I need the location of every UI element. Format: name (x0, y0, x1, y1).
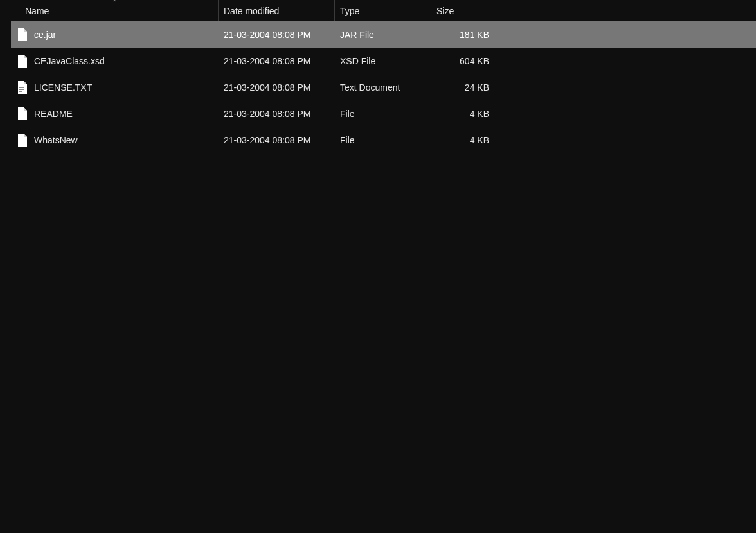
file-name-label: README (34, 109, 73, 119)
file-date-cell: 21-03-2004 08:08 PM (219, 74, 335, 100)
file-size-cell: 4 KB (431, 100, 494, 127)
file-icon (16, 54, 28, 68)
file-size-cell: 604 KB (431, 48, 494, 74)
file-name-label: WhatsNew (34, 135, 78, 145)
file-size-label: 181 KB (460, 30, 489, 40)
file-name-label: ce.jar (34, 30, 56, 40)
column-header-type-label: Type (340, 6, 359, 16)
file-date-cell: 21-03-2004 08:08 PM (219, 48, 335, 74)
file-size-cell: 24 KB (431, 74, 494, 100)
file-name-cell: README (11, 100, 219, 127)
file-date-cell: 21-03-2004 08:08 PM (219, 21, 335, 48)
svg-rect-3 (19, 91, 22, 92)
sort-ascending-icon: ⌃ (112, 0, 117, 6)
file-date-label: 21-03-2004 08:08 PM (224, 109, 310, 119)
file-type-label: JAR File (340, 30, 374, 40)
file-icon (16, 133, 28, 147)
file-size-cell: 181 KB (431, 21, 494, 48)
file-type-label: Text Document (340, 82, 400, 93)
file-size-label: 604 KB (460, 56, 489, 66)
column-header-date-label: Date modified (224, 6, 279, 16)
file-name-cell: LICENSE.TXT (11, 74, 219, 100)
svg-rect-1 (19, 87, 24, 88)
file-name-cell: ce.jar (11, 21, 219, 48)
file-row[interactable]: LICENSE.TXT21-03-2004 08:08 PMText Docum… (11, 74, 756, 100)
svg-rect-2 (19, 89, 24, 90)
file-type-cell: File (335, 100, 431, 127)
file-type-label: File (340, 135, 355, 145)
column-header-date[interactable]: Date modified (219, 0, 335, 21)
file-date-label: 21-03-2004 08:08 PM (224, 56, 310, 66)
file-name-label: CEJavaClass.xsd (34, 56, 105, 66)
svg-rect-0 (19, 86, 24, 86)
file-type-cell: JAR File (335, 21, 431, 48)
file-type-cell: XSD File (335, 48, 431, 74)
file-name-cell: CEJavaClass.xsd (11, 48, 219, 74)
file-row[interactable]: ce.jar21-03-2004 08:08 PMJAR File181 KB (11, 21, 756, 48)
file-type-cell: File (335, 127, 431, 153)
file-name-cell: WhatsNew (11, 127, 219, 153)
file-date-label: 21-03-2004 08:08 PM (224, 82, 310, 93)
file-size-cell: 4 KB (431, 127, 494, 153)
column-header-type[interactable]: Type (335, 0, 431, 21)
file-row[interactable]: README21-03-2004 08:08 PMFile4 KB (11, 100, 756, 127)
file-date-cell: 21-03-2004 08:08 PM (219, 100, 335, 127)
file-type-label: File (340, 109, 355, 119)
file-icon (16, 28, 28, 42)
file-name-label: LICENSE.TXT (34, 82, 92, 93)
file-rows: ce.jar21-03-2004 08:08 PMJAR File181 KBC… (11, 21, 756, 153)
file-type-label: XSD File (340, 56, 375, 66)
file-size-label: 4 KB (470, 109, 489, 119)
column-header-row: ⌃ Name Date modified Type Size (11, 0, 756, 21)
file-date-label: 21-03-2004 08:08 PM (224, 135, 310, 145)
column-header-size-label: Size (437, 6, 454, 16)
column-header-size[interactable]: Size (431, 0, 494, 21)
file-list: ⌃ Name Date modified Type Size ce.jar21-… (0, 0, 756, 153)
column-header-name[interactable]: ⌃ Name (11, 0, 219, 21)
file-size-label: 24 KB (465, 82, 489, 93)
file-row[interactable]: WhatsNew21-03-2004 08:08 PMFile4 KB (11, 127, 756, 153)
file-size-label: 4 KB (470, 135, 489, 145)
file-icon (16, 80, 28, 95)
file-date-cell: 21-03-2004 08:08 PM (219, 127, 335, 153)
file-icon (16, 107, 28, 121)
column-header-name-label: Name (25, 6, 49, 16)
file-date-label: 21-03-2004 08:08 PM (224, 30, 310, 40)
file-row[interactable]: CEJavaClass.xsd21-03-2004 08:08 PMXSD Fi… (11, 48, 756, 74)
file-type-cell: Text Document (335, 74, 431, 100)
